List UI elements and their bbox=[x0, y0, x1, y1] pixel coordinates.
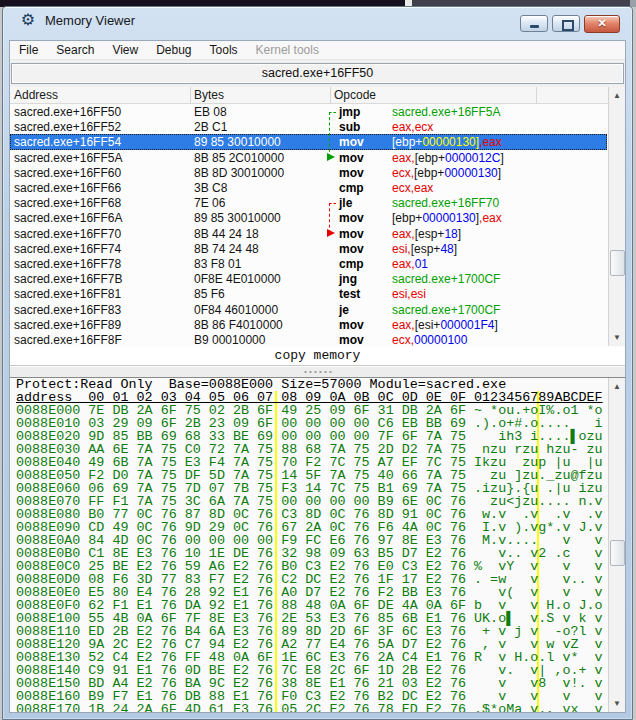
disasm-address: sacred.exe+16FF70 bbox=[14, 227, 121, 241]
menu-item-file[interactable]: File bbox=[10, 41, 47, 59]
disasm-row[interactable]: sacred.exe+16FF7B0F8E 4E010000jngsacred.… bbox=[10, 271, 607, 286]
disasm-address: sacred.exe+16FF54 bbox=[14, 135, 121, 149]
close-button[interactable]: ✕ bbox=[584, 15, 620, 33]
disasm-operands: sacred.exe+1700CF bbox=[392, 303, 500, 317]
copy-memory-button[interactable]: copy memory bbox=[10, 346, 625, 366]
menu-item-debug[interactable]: Debug bbox=[147, 41, 200, 59]
disasm-bytes: 89 85 30010000 bbox=[194, 211, 281, 225]
disasm-operands: eax,01 bbox=[392, 257, 428, 271]
disasm-row[interactable]: sacred.exe+16FF687E 06jlesacred.exe+16FF… bbox=[10, 195, 607, 210]
splitter-grip-icon bbox=[304, 371, 331, 373]
disasm-bytes: 8B 85 2C010000 bbox=[194, 151, 284, 165]
disasm-opcode: mov bbox=[339, 242, 364, 256]
disasm-address: sacred.exe+16FF74 bbox=[14, 242, 121, 256]
memory-viewer-window: ⚙ Memory Viewer ✕ FileSearchViewDebugToo… bbox=[2, 6, 633, 720]
scroll-down-arrow-icon[interactable]: ▼ bbox=[609, 330, 625, 345]
disasm-address: sacred.exe+16FF68 bbox=[14, 196, 121, 210]
menu-item-tools[interactable]: Tools bbox=[201, 41, 247, 59]
scrollbar-thumb[interactable] bbox=[610, 250, 625, 276]
disasm-row[interactable]: sacred.exe+16FF898B 86 F4010000moveax,[e… bbox=[10, 317, 607, 332]
disasm-operands: eax,[esi+000001F4] bbox=[392, 318, 498, 332]
disasm-operands: esi,esi bbox=[392, 287, 426, 301]
disassembler-column-header[interactable]: Address Bytes Opcode bbox=[10, 87, 625, 104]
disasm-operands: [ebp+00000130],eax bbox=[392, 211, 502, 225]
disasm-opcode: mov bbox=[339, 135, 364, 149]
disasm-address: sacred.exe+16FF6A bbox=[14, 211, 122, 225]
disasm-address: sacred.exe+16FF5A bbox=[14, 151, 122, 165]
disasm-opcode: jle bbox=[339, 196, 352, 210]
disasm-bytes: 7E 06 bbox=[194, 196, 225, 210]
disassembly-scrollbar[interactable]: ▲ ▼ bbox=[608, 87, 625, 346]
disasm-bytes: 8B 74 24 48 bbox=[194, 242, 259, 256]
disasm-bytes: B9 00010000 bbox=[194, 333, 265, 347]
disasm-bytes: 85 F6 bbox=[194, 287, 225, 301]
disasm-opcode: mov bbox=[339, 333, 364, 347]
window-title: Memory Viewer bbox=[45, 13, 135, 28]
hex-view-panel: Protect:Read Only Base=0088E000 Size=570… bbox=[10, 377, 625, 712]
disasm-operands: eax,[ebp+0000012C] bbox=[392, 151, 504, 165]
disasm-operands: sacred.exe+16FF70 bbox=[392, 196, 499, 210]
disasm-operands: sacred.exe+16FF5A bbox=[392, 105, 500, 119]
disasm-opcode: sub bbox=[339, 120, 360, 134]
disasm-opcode: cmp bbox=[339, 181, 364, 195]
disasm-address: sacred.exe+16FF60 bbox=[14, 166, 121, 180]
maximize-button[interactable] bbox=[552, 15, 580, 32]
disasm-address: sacred.exe+16FF50 bbox=[14, 105, 121, 119]
minimize-icon bbox=[530, 25, 539, 28]
maximize-icon bbox=[562, 20, 574, 31]
column-bytes: Bytes bbox=[194, 88, 224, 102]
disassembly-list: sacred.exe+16FF50EB 08jmpsacred.exe+16FF… bbox=[10, 104, 625, 347]
disasm-operands: eax,[esp+18] bbox=[392, 227, 461, 241]
disasm-bytes: 8B 86 F4010000 bbox=[194, 318, 283, 332]
disasm-row[interactable]: sacred.exe+16FF663B C8cmpecx,eax bbox=[10, 180, 607, 195]
disasm-row[interactable]: sacred.exe+16FF748B 74 24 48movesi,[esp+… bbox=[10, 241, 607, 256]
menu-item-search[interactable]: Search bbox=[47, 41, 103, 59]
disassembler-panel: Address Bytes Opcode sacred.exe+16FF50EB… bbox=[10, 87, 625, 346]
panel-splitter[interactable] bbox=[10, 366, 625, 377]
column-opcode: Opcode bbox=[334, 88, 376, 102]
disasm-opcode: jmp bbox=[339, 105, 360, 119]
hex-row[interactable]: 0088E170 1B 24 2A 6F 4D 61 E3 76 05 2C E… bbox=[10, 703, 625, 712]
disasm-row[interactable]: sacred.exe+16FF522B C1subeax,ecx bbox=[10, 119, 607, 134]
close-icon: ✕ bbox=[585, 17, 619, 30]
disasm-bytes: 0F8E 4E010000 bbox=[194, 272, 281, 286]
disasm-address: sacred.exe+16FF81 bbox=[14, 287, 121, 301]
disasm-opcode: mov bbox=[339, 166, 364, 180]
disasm-row[interactable]: sacred.exe+16FF8FB9 00010000movecx,00000… bbox=[10, 332, 607, 347]
current-address-bar[interactable]: sacred.exe+16FF50 bbox=[11, 63, 624, 84]
menu-item-view[interactable]: View bbox=[103, 41, 147, 59]
disasm-row[interactable]: sacred.exe+16FF7883 F8 01cmpeax,01 bbox=[10, 256, 607, 271]
disasm-operands: sacred.exe+1700CF bbox=[392, 272, 500, 286]
disasm-address: sacred.exe+16FF78 bbox=[14, 257, 121, 271]
disasm-opcode: mov bbox=[339, 227, 364, 241]
disasm-row[interactable]: sacred.exe+16FF5A8B 85 2C010000moveax,[e… bbox=[10, 150, 607, 165]
jump-line bbox=[329, 203, 330, 233]
disasm-operands: ecx,00000100 bbox=[392, 333, 467, 347]
disasm-row[interactable]: sacred.exe+16FF608B 8D 30010000movecx,[e… bbox=[10, 165, 607, 180]
hex-dump: Protect:Read Only Base=0088E000 Size=570… bbox=[10, 378, 625, 712]
disasm-row[interactable]: sacred.exe+16FF6A89 85 30010000mov[ebp+0… bbox=[10, 210, 607, 225]
disasm-bytes: 8B 8D 30010000 bbox=[194, 166, 284, 180]
disasm-row[interactable]: sacred.exe+16FF830F84 46010000jesacred.e… bbox=[10, 302, 607, 317]
minimize-button[interactable] bbox=[520, 15, 548, 32]
disasm-bytes: 83 F8 01 bbox=[194, 257, 241, 271]
disasm-opcode: je bbox=[339, 303, 349, 317]
disasm-address: sacred.exe+16FF83 bbox=[14, 303, 121, 317]
column-divider[interactable] bbox=[190, 87, 191, 103]
disasm-address: sacred.exe+16FF52 bbox=[14, 120, 121, 134]
disasm-row[interactable]: sacred.exe+16FF8185 F6testesi,esi bbox=[10, 286, 607, 301]
scroll-up-arrow-icon[interactable]: ▲ bbox=[609, 88, 625, 103]
column-divider[interactable] bbox=[536, 87, 537, 103]
disasm-address: sacred.exe+16FF89 bbox=[14, 318, 121, 332]
disasm-operands: esi,[esp+48] bbox=[392, 242, 457, 256]
disasm-address: sacred.exe+16FF7B bbox=[14, 272, 122, 286]
disasm-row[interactable]: sacred.exe+16FF50EB 08jmpsacred.exe+16FF… bbox=[10, 104, 607, 119]
disasm-operands: ecx,eax bbox=[392, 181, 433, 195]
disasm-bytes: 2B C1 bbox=[194, 120, 227, 134]
disasm-row[interactable]: sacred.exe+16FF5489 85 30010000mov[ebp+0… bbox=[10, 134, 607, 149]
disasm-address: sacred.exe+16FF66 bbox=[14, 181, 121, 195]
menu-item-kernel-tools: Kernel tools bbox=[247, 41, 328, 59]
title-bar[interactable]: ⚙ Memory Viewer ✕ bbox=[3, 7, 632, 34]
disasm-row[interactable]: sacred.exe+16FF708B 44 24 18moveax,[esp+… bbox=[10, 226, 607, 241]
column-divider[interactable] bbox=[330, 87, 331, 103]
